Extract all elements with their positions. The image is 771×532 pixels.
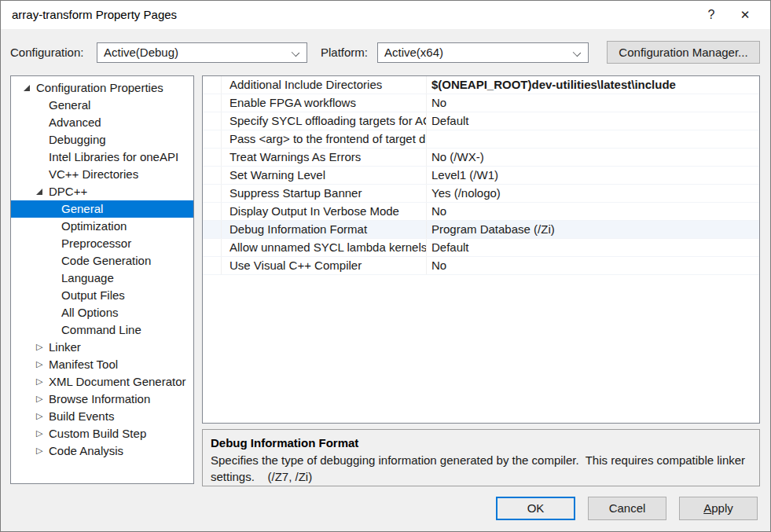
tree-item-label: Output Files (11, 287, 193, 304)
close-icon[interactable]: ✕ (729, 1, 761, 29)
row-gutter (203, 149, 222, 166)
cancel-button[interactable]: Cancel (588, 497, 666, 520)
chevron-down-icon (292, 49, 299, 57)
tree-item[interactable]: ▷Browse Information (11, 391, 193, 408)
collapsed-arrow-icon[interactable]: ▷ (36, 408, 42, 425)
window-title: array-transform Property Pages (12, 1, 177, 29)
property-value[interactable] (427, 130, 759, 148)
property-value[interactable]: $(ONEAPI_ROOT)dev-utilities\latest\inclu… (427, 76, 759, 94)
tree-item[interactable]: ▷XML Document Generator (11, 373, 193, 391)
property-value[interactable]: No (427, 203, 759, 220)
tree-item[interactable]: General (11, 97, 193, 114)
collapsed-arrow-icon[interactable]: ▷ (36, 339, 42, 356)
expanded-arrow-icon[interactable] (24, 85, 30, 91)
property-value[interactable]: Level1 (/W1) (427, 167, 759, 184)
row-gutter (203, 203, 222, 220)
tree-item-label: Code Generation (11, 252, 193, 270)
property-row[interactable]: Display Output In Verbose ModeNo (203, 203, 759, 221)
tree-item-label: Intel Libraries for oneAPI (11, 149, 193, 166)
platform-label: Platform: (321, 42, 368, 63)
tree-item[interactable]: Advanced (11, 114, 193, 131)
platform-select[interactable]: Active(x64) (377, 42, 589, 63)
row-gutter (203, 130, 222, 148)
tree-item-label: Command Line (11, 321, 193, 339)
tree-item[interactable]: DPC++ (11, 183, 193, 200)
tree-item[interactable]: ▷Build Events (11, 408, 193, 425)
collapsed-arrow-icon[interactable]: ▷ (36, 391, 42, 408)
property-row[interactable]: Pass <arg> to the frontend of target d (203, 130, 759, 149)
property-row[interactable]: Use Visual C++ CompilerNo (203, 257, 759, 275)
property-name: Specify SYCL offloading targets for AC (222, 112, 427, 130)
tree-item[interactable]: ▷Manifest Tool (11, 356, 193, 373)
tree-item-label: Preprocessor (11, 235, 193, 252)
tree-item-label: Language (11, 270, 193, 287)
title-bar: array-transform Property Pages ? ✕ (1, 1, 770, 29)
collapsed-arrow-icon[interactable]: ▷ (36, 356, 42, 373)
property-pages-dialog: array-transform Property Pages ? ✕ Confi… (0, 0, 771, 532)
property-name: Display Output In Verbose Mode (222, 203, 427, 220)
configuration-value: Active(Debug) (104, 46, 178, 59)
tree-item[interactable]: Preprocessor (11, 235, 193, 252)
expanded-arrow-icon[interactable] (36, 189, 42, 195)
property-row[interactable]: Suppress Startup BannerYes (/nologo) (203, 185, 759, 203)
configuration-label: Configuration: (10, 42, 83, 63)
property-name: Debug Information Format (222, 221, 427, 238)
property-name: Enable FPGA workflows (222, 94, 427, 112)
tree-item-label: Optimization (11, 218, 193, 235)
configuration-manager-button[interactable]: Configuration Manager... (607, 41, 760, 64)
collapsed-arrow-icon[interactable]: ▷ (36, 442, 42, 460)
tree-item[interactable]: All Options (11, 304, 193, 321)
tree-item[interactable]: Output Files (11, 287, 193, 304)
tree-item[interactable]: ▷Code Analysis (11, 442, 193, 460)
property-value[interactable]: Program Database (/Zi) (427, 221, 759, 238)
tree-item[interactable]: ▷Linker (11, 339, 193, 356)
tree-item-label: General (11, 200, 193, 218)
ok-button[interactable]: OK (496, 497, 575, 520)
help-icon[interactable]: ? (698, 1, 725, 29)
collapsed-arrow-icon[interactable]: ▷ (36, 425, 42, 442)
tree-item-label: Debugging (11, 131, 193, 149)
property-row[interactable]: Debug Information FormatProgram Database… (203, 221, 759, 239)
tree-item[interactable]: Language (11, 270, 193, 287)
row-gutter (203, 94, 222, 112)
property-value[interactable]: No (427, 257, 759, 274)
property-row[interactable]: Additional Include Directories$(ONEAPI_R… (203, 76, 759, 94)
property-row[interactable]: Treat Warnings As ErrorsNo (/WX-) (203, 149, 759, 167)
tree-item[interactable]: Optimization (11, 218, 193, 235)
property-value[interactable]: No (/WX-) (427, 149, 759, 166)
tree-item-label: VC++ Directories (11, 166, 193, 183)
tree-item[interactable]: Debugging (11, 131, 193, 149)
property-name: Set Warning Level (222, 167, 427, 184)
config-tree: Configuration PropertiesGeneralAdvancedD… (10, 75, 194, 484)
property-value[interactable]: Default (427, 239, 759, 256)
row-gutter (203, 76, 222, 94)
row-gutter (203, 185, 222, 202)
collapsed-arrow-icon[interactable]: ▷ (36, 373, 42, 391)
tree-item[interactable]: Intel Libraries for oneAPI (11, 149, 193, 166)
row-gutter (203, 167, 222, 184)
property-description-panel: Debug Information Format Specifies the t… (202, 429, 760, 486)
tree-item-label: All Options (11, 304, 193, 321)
property-value[interactable]: Default (427, 112, 759, 130)
property-row[interactable]: Set Warning LevelLevel1 (/W1) (203, 167, 759, 185)
property-grid: Additional Include Directories$(ONEAPI_R… (202, 75, 760, 424)
tree-item[interactable]: General (11, 200, 193, 218)
tree-item[interactable]: ▷Custom Build Step (11, 425, 193, 442)
apply-button[interactable]: Apply (679, 497, 758, 520)
row-gutter (203, 221, 222, 238)
configuration-select[interactable]: Active(Debug) (97, 42, 307, 63)
property-row[interactable]: Specify SYCL offloading targets for ACDe… (203, 112, 759, 130)
row-gutter (203, 112, 222, 130)
property-row[interactable]: Enable FPGA workflowsNo (203, 94, 759, 112)
property-row[interactable]: Allow unnamed SYCL lambda kernelsDefault (203, 239, 759, 257)
tree-item-label: General (11, 97, 193, 114)
property-value[interactable]: No (427, 94, 759, 112)
tree-item[interactable]: VC++ Directories (11, 166, 193, 183)
property-description-title: Debug Information Format (211, 435, 751, 452)
tree-item-label: Advanced (11, 114, 193, 131)
tree-item[interactable]: Configuration Properties (11, 79, 193, 97)
property-value[interactable]: Yes (/nologo) (427, 185, 759, 202)
tree-item[interactable]: Code Generation (11, 252, 193, 270)
property-name: Use Visual C++ Compiler (222, 257, 427, 274)
tree-item[interactable]: Command Line (11, 321, 193, 339)
